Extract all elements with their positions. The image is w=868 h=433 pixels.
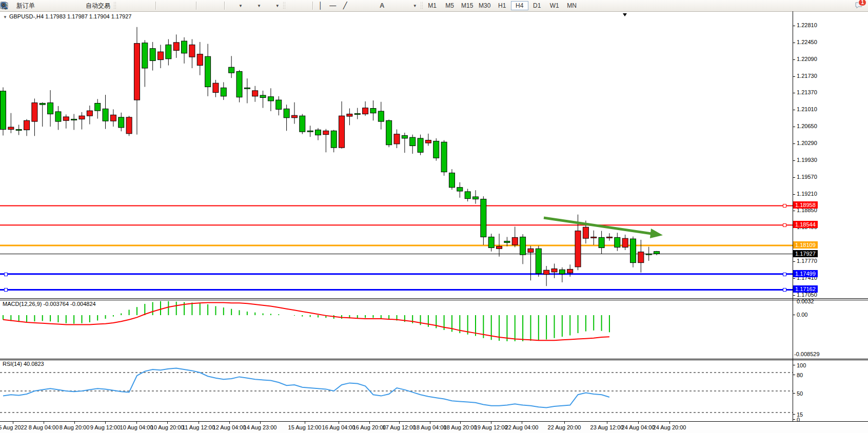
time-axis-tick	[199, 422, 199, 424]
shapes-tool-button[interactable]: ▼	[401, 1, 419, 11]
candle-body	[182, 41, 187, 53]
price-axis-tick	[793, 211, 795, 211]
one-click-trading-icon[interactable]: ▼	[3, 15, 7, 19]
timeframe-button-h4[interactable]: H4	[511, 1, 528, 10]
line-handle[interactable]	[783, 204, 786, 208]
text-tool-button[interactable]: A	[376, 1, 388, 11]
candlestick-mode-button[interactable]	[129, 1, 142, 11]
horizontal-line-tool-button[interactable]: —	[327, 1, 339, 11]
line-handle[interactable]	[783, 288, 786, 292]
candle-body	[63, 117, 69, 120]
crosshair-tool-button[interactable]	[299, 1, 311, 11]
toolbar-separator	[196, 2, 196, 10]
candle-body	[551, 269, 557, 272]
notifications-chat-button[interactable]: 1	[855, 1, 863, 11]
periods-button[interactable]: ▼	[245, 1, 263, 11]
time-axis-label[interactable]: 14 Aug 23:00	[237, 424, 283, 430]
candle-body	[307, 131, 313, 132]
panel-separator[interactable]	[0, 298, 868, 299]
price-axis-tick	[793, 261, 795, 262]
line-handle[interactable]	[783, 223, 786, 227]
time-axis-tick	[460, 422, 461, 424]
channel-tool-button[interactable]: E	[351, 1, 364, 11]
auto-scroll-button[interactable]	[198, 1, 210, 11]
timeframe-button-m5[interactable]: M5	[441, 1, 459, 10]
tile-windows-button[interactable]	[182, 1, 194, 11]
timeframe-button-mn[interactable]: MN	[563, 1, 581, 10]
zoom-in-button[interactable]	[157, 1, 170, 11]
price-axis-tick	[793, 295, 795, 296]
rsi-panel-chart	[0, 360, 793, 421]
candle-body	[48, 103, 53, 114]
trend-arrow-object[interactable]	[544, 218, 652, 234]
trendline-tool-button[interactable]: ╱	[339, 1, 351, 11]
candle-body	[32, 103, 37, 122]
panel-separator[interactable]	[0, 359, 868, 359]
candle-body	[95, 103, 101, 111]
macd-axis-tick	[793, 315, 795, 315]
templates-button[interactable]: ▼	[263, 1, 282, 11]
new-order-button[interactable]: 新订单	[5, 1, 37, 11]
signals-button[interactable]	[62, 1, 74, 11]
candle-body	[433, 141, 439, 158]
candle-body	[402, 135, 407, 138]
time-axis-tick	[13, 422, 13, 424]
candle-body	[638, 252, 644, 263]
time-axis-tick	[399, 422, 400, 424]
line-handle[interactable]	[4, 273, 8, 276]
candle-body	[166, 45, 171, 58]
fibonacci-tool-button[interactable]: F	[364, 1, 376, 11]
candle-body	[520, 237, 526, 255]
equidistant-channel-icon: E	[353, 2, 362, 10]
time-axis-label[interactable]: 22 Aug 04:00	[499, 424, 545, 430]
line-chart-mode-button[interactable]	[142, 1, 154, 11]
candle-body	[630, 239, 636, 263]
time-axis-label[interactable]: 24 Aug 20:00	[646, 424, 693, 430]
timeframe-button-m1[interactable]: M1	[424, 1, 441, 10]
depth-of-market-button[interactable]	[37, 1, 49, 11]
chart-shift-marker-icon[interactable]	[623, 13, 627, 16]
candle-body	[599, 237, 604, 248]
zoom-out-button[interactable]	[170, 1, 182, 11]
toolbar-gripper[interactable]	[113, 2, 116, 10]
price-axis-tick	[793, 93, 795, 93]
line-chart-icon	[144, 2, 152, 10]
candle-body	[229, 67, 234, 73]
chart-shift-button[interactable]	[210, 1, 223, 11]
time-axis-label[interactable]: 22 Aug 20:00	[541, 424, 587, 430]
text-label-tool-button[interactable]: T	[388, 1, 401, 11]
bar-chart-mode-button[interactable]	[117, 1, 129, 11]
auto-trading-button[interactable]: 自动交易	[74, 1, 112, 11]
timeframe-button-d1[interactable]: D1	[528, 1, 546, 10]
candle-body	[425, 140, 431, 143]
candle-body	[87, 111, 92, 116]
new-chart-button[interactable]: ▼	[226, 1, 245, 11]
candle-body	[150, 49, 155, 61]
line-handle[interactable]	[783, 273, 786, 276]
clock-icon	[247, 2, 255, 10]
candle-body	[465, 192, 470, 199]
macd-axis-zero-label: 0.00	[797, 312, 807, 318]
toolbar-gripper[interactable]	[283, 2, 285, 10]
timeframe-button-m30[interactable]: M30	[476, 1, 494, 10]
toolbar-gripper[interactable]	[420, 2, 423, 10]
candle-body	[504, 241, 510, 243]
signal-waves-icon	[64, 2, 72, 10]
new-order-label: 新订单	[16, 2, 35, 10]
line-price-label: 1.17162	[793, 285, 818, 293]
rsi-axis-tick	[793, 414, 795, 415]
search-icon[interactable]	[842, 2, 851, 10]
timeframe-button-w1[interactable]: W1	[546, 1, 563, 10]
strategy-tester-button[interactable]	[49, 1, 62, 11]
toolbar-separator	[312, 2, 313, 10]
auto-trading-icon	[76, 2, 84, 10]
line-handle[interactable]	[4, 288, 8, 292]
timeframe-button-m15[interactable]: M15	[459, 1, 476, 10]
symbol-ohlc-header[interactable]: ▼GBPUSD-,H4 1.17983 1.17987 1.17904 1.17…	[3, 13, 131, 19]
cursor-tool-button[interactable]	[286, 1, 299, 11]
panel-separator	[0, 421, 868, 422]
candle-body	[315, 130, 321, 135]
vertical-line-tool-button[interactable]: │	[314, 1, 327, 11]
timeframe-button-h1[interactable]: H1	[494, 1, 511, 10]
trend-arrow-head-icon[interactable]	[650, 229, 663, 238]
